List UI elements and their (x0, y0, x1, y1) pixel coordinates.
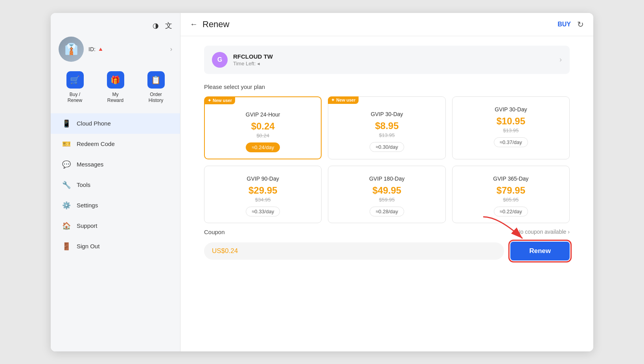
plan-name-0: GVIP 24-Hour (246, 111, 280, 118)
order-history-action[interactable]: 📋 OrderHistory (147, 71, 165, 104)
my-reward-label: MyReward (107, 92, 123, 104)
coupon-label: Coupon (204, 229, 225, 235)
plan-name-1: GVIP 30-Day (371, 111, 403, 117)
plan-per-day-4: ≈0.28/day (370, 207, 404, 216)
quick-actions: 🛒 Buy /Renew 🎁 MyReward 📋 OrderHistory (51, 71, 180, 113)
my-reward-action[interactable]: 🎁 MyReward (107, 71, 124, 104)
plan-price-1: $8.95 (375, 120, 399, 131)
settings-label: Settings (77, 202, 98, 209)
account-card[interactable]: G RFCLOUD TW Time Left: ◂ › (204, 46, 570, 74)
plan-per-day-2: ≈0.37/day (494, 137, 528, 147)
sidebar-item-redeem-code[interactable]: 🎫 Redeem Code (51, 134, 180, 154)
sidebar-item-sign-out[interactable]: 🚪 Sign Out (51, 236, 180, 257)
avatar-icon: 👔 (64, 42, 78, 55)
sign-out-icon: 🚪 (62, 242, 71, 251)
plan-original-2: $13.95 (503, 127, 519, 133)
plan-per-day-3: ≈0.33/day (246, 207, 280, 216)
plan-original-0: $0.24 (256, 133, 269, 139)
plan-price-5: $79.95 (497, 185, 525, 196)
avatar-image: 👔 (59, 37, 84, 62)
buy-renew-action[interactable]: 🛒 Buy /Renew (66, 71, 84, 104)
plan-name-3: GVIP 90-Day (247, 176, 279, 182)
account-info: RFCLOUD TW Time Left: ◂ (233, 53, 554, 67)
plan-per-day-1: ≈0.30/day (370, 142, 404, 152)
plan-card-0[interactable]: ✦ New user GVIP 24-Hour $0.24 $0.24 ≈0.2… (204, 96, 322, 159)
user-chevron-icon[interactable]: › (170, 46, 172, 53)
main-body: G RFCLOUD TW Time Left: ◂ › Please selec… (180, 36, 593, 351)
price-display: US$0.24 (204, 242, 504, 260)
theme-toggle-button[interactable]: ◑ (153, 21, 159, 30)
plan-card-4[interactable]: GVIP 180-Day $49.95 $59.95 ≈0.28/day (328, 166, 445, 223)
plan-price-3: $29.95 (248, 185, 277, 196)
user-section: 👔 ID: 🔺 › (51, 37, 180, 71)
plan-price-4: $49.95 (372, 185, 401, 196)
my-reward-icon: 🎁 (107, 71, 124, 89)
plan-name-4: GVIP 180-Day (369, 176, 405, 182)
translate-button[interactable]: 文 (165, 21, 172, 30)
support-icon: 🏠 (62, 221, 71, 231)
messages-icon: 💬 (62, 160, 71, 169)
arrow-annotation (460, 213, 546, 244)
plan-card-2[interactable]: GVIP 30-Day $10.95 $13.95 ≈0.37/day (452, 96, 570, 159)
plan-original-1: $13.95 (379, 132, 395, 138)
sidebar-item-tools[interactable]: 🔧 Tools (51, 175, 180, 195)
messages-label: Messages (77, 161, 103, 168)
user-id-label: ID: 🔺 (88, 46, 104, 52)
avatar: 👔 (59, 37, 84, 62)
back-button[interactable]: ← (190, 20, 198, 29)
tools-label: Tools (77, 181, 90, 188)
order-history-icon: 📋 (147, 71, 165, 89)
plan-original-3: $34.95 (255, 197, 271, 203)
renew-button[interactable]: Renew (510, 242, 570, 261)
support-label: Support (77, 222, 98, 229)
plan-card-1[interactable]: ✦ New user GVIP 30-Day $8.95 $13.95 ≈0.3… (328, 96, 445, 159)
plan-per-day-0: ≈0.24/day (246, 142, 280, 152)
cloud-phone-icon: 📱 (62, 119, 71, 128)
sidebar-item-messages[interactable]: 💬 Messages (51, 154, 180, 175)
buy-renew-label: Buy /Renew (68, 92, 82, 104)
main-content: ← Renew BUY ↻ G RFCLOUD TW Time Left: ◂ … (180, 13, 593, 351)
redeem-code-label: Redeem Code (77, 140, 115, 147)
account-avatar: G (212, 52, 228, 68)
tools-icon: 🔧 (62, 180, 71, 190)
account-time: Time Left: ◂ (233, 61, 554, 67)
plans-grid: ✦ New user GVIP 24-Hour $0.24 $0.24 ≈0.2… (204, 96, 570, 223)
plan-name-5: GVIP 365-Day (493, 176, 528, 182)
sidebar-top: ◑ 文 (51, 21, 180, 37)
main-header: ← Renew BUY ↻ (180, 13, 593, 36)
plan-section-label: Please select your plan (204, 83, 570, 90)
plan-original-5: $85.95 (503, 197, 519, 203)
sidebar-nav: 📱 Cloud Phone 🎫 Redeem Code 💬 Messages 🔧… (51, 113, 180, 257)
sidebar-item-settings[interactable]: ⚙️ Settings (51, 195, 180, 216)
order-history-label: OrderHistory (149, 92, 163, 104)
plan-name-2: GVIP 30-Day (495, 106, 527, 113)
buy-renew-icon: 🛒 (66, 71, 84, 89)
app-window: ◑ 文 👔 ID: 🔺 › 🛒 Buy /Renew 🎁 (51, 13, 593, 351)
new-user-badge-0: ✦ New user (204, 97, 235, 104)
plan-original-4: $59.95 (379, 197, 395, 203)
buy-link[interactable]: BUY (558, 21, 571, 28)
sidebar-item-support[interactable]: 🏠 Support (51, 216, 180, 236)
refresh-button[interactable]: ↻ (577, 20, 584, 29)
sign-out-label: Sign Out (77, 243, 99, 249)
plan-price-0: $0.24 (251, 121, 275, 132)
account-name: RFCLOUD TW (233, 53, 554, 60)
price-value: US$0.24 (212, 247, 238, 255)
account-chevron-icon: › (559, 55, 562, 64)
plan-card-3[interactable]: GVIP 90-Day $29.95 $34.95 ≈0.33/day (204, 166, 322, 223)
page-title: Renew (202, 19, 558, 30)
plan-price-2: $10.95 (497, 116, 525, 127)
sidebar: ◑ 文 👔 ID: 🔺 › 🛒 Buy /Renew 🎁 (51, 13, 180, 351)
redeem-code-icon: 🎫 (62, 139, 71, 149)
settings-icon: ⚙️ (62, 201, 71, 210)
cloud-phone-label: Cloud Phone (77, 120, 111, 127)
new-user-badge-1: ✦ New user (328, 96, 359, 104)
sidebar-item-cloud-phone[interactable]: 📱 Cloud Phone (51, 113, 180, 134)
bottom-bar: US$0.24 Renew (204, 242, 570, 261)
